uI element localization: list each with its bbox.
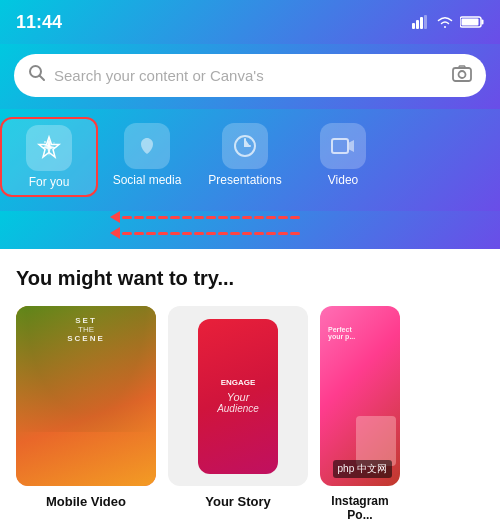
tab-social-icon	[124, 123, 170, 169]
svg-point-10	[459, 71, 466, 78]
search-placeholder: Search your content or Canva's	[54, 67, 444, 84]
card-instagram-label: Instagram Po...	[320, 494, 400, 522]
tab-for-you-icon	[26, 125, 72, 171]
cards-row: SET THE SCENE Mobile Video ENGAGE Your A…	[16, 306, 484, 522]
svg-rect-3	[424, 15, 427, 29]
svg-rect-2	[420, 17, 423, 29]
status-bar: 11:44	[0, 0, 500, 44]
svg-rect-9	[453, 68, 471, 81]
tab-for-you-label: For you	[29, 175, 70, 189]
status-time: 11:44	[16, 12, 62, 33]
tab-video-icon	[320, 123, 366, 169]
svg-rect-1	[416, 20, 419, 29]
search-box[interactable]: Search your content or Canva's	[14, 54, 486, 97]
svg-rect-14	[332, 139, 348, 153]
tab-social-media[interactable]: Social media	[98, 117, 196, 197]
camera-icon[interactable]	[452, 64, 472, 87]
card-your-story-phone: ENGAGE Your Audience	[198, 319, 278, 474]
svg-rect-0	[412, 23, 415, 29]
card2-audience-text: Audience	[217, 403, 259, 414]
search-icon	[28, 64, 46, 87]
battery-icon	[460, 15, 484, 29]
signal-icon	[412, 15, 430, 29]
svg-point-12	[53, 142, 55, 144]
card-mobile-video[interactable]: SET THE SCENE Mobile Video	[16, 306, 156, 522]
status-icons	[412, 15, 484, 29]
svg-point-11	[44, 141, 46, 143]
arrows-area	[0, 211, 500, 249]
card-mobile-video-image: SET THE SCENE	[16, 306, 156, 486]
tab-social-label: Social media	[113, 173, 182, 187]
card-instagram-post[interactable]: Perfect your p... php 中文网 Instagram Po..…	[320, 306, 400, 522]
dashed-arrow-1	[110, 211, 300, 223]
category-tabs: For you Social media Presentations Video	[0, 109, 500, 211]
search-area: Search your content or Canva's	[0, 44, 500, 109]
section-title: You might want to try...	[16, 267, 484, 290]
dashed-arrow-2	[110, 227, 300, 239]
tab-for-you[interactable]: For you	[0, 117, 98, 197]
wifi-icon	[436, 15, 454, 29]
card-mobile-video-label: Mobile Video	[46, 494, 126, 509]
main-content: You might want to try... SET THE SCENE M…	[0, 249, 500, 524]
card-your-story-label: Your Story	[205, 494, 271, 509]
svg-rect-6	[462, 19, 479, 26]
tab-presentations-icon	[222, 123, 268, 169]
tab-presentations-label: Presentations	[208, 173, 281, 187]
tab-video[interactable]: Video	[294, 117, 392, 197]
svg-rect-5	[482, 20, 484, 25]
card2-your-text: Your	[227, 391, 250, 403]
watermark: php 中文网	[333, 460, 392, 478]
tab-video-label: Video	[328, 173, 358, 187]
card2-engage-text: ENGAGE	[221, 378, 256, 387]
svg-line-8	[40, 76, 45, 81]
card-your-story-image: ENGAGE Your Audience	[168, 306, 308, 486]
card-instagram-image: Perfect your p... php 中文网	[320, 306, 400, 486]
tab-presentations[interactable]: Presentations	[196, 117, 294, 197]
card-your-story[interactable]: ENGAGE Your Audience Your Story	[168, 306, 308, 522]
